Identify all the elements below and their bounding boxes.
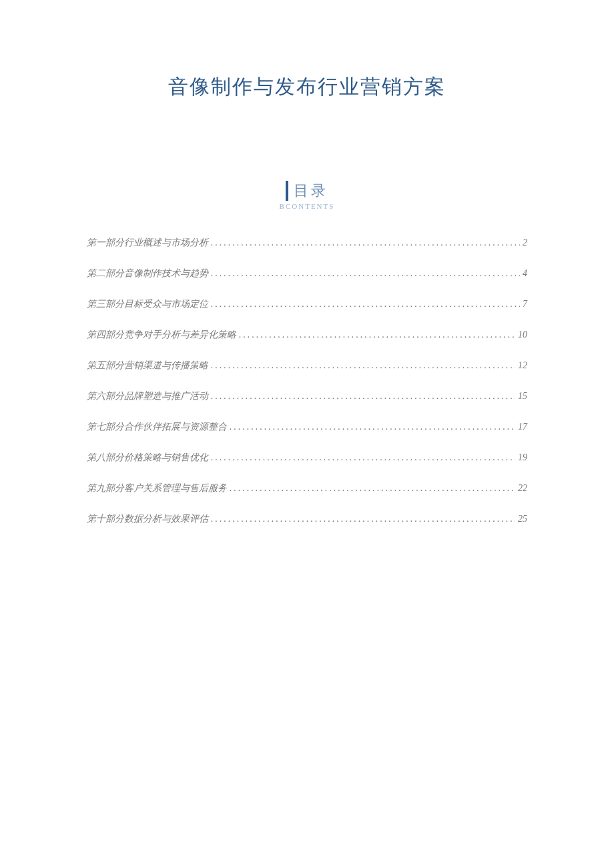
toc-dots xyxy=(211,452,515,463)
toc-entry-page: 4 xyxy=(523,268,527,279)
toc-entry-label: 第六部分品牌塑造与推广活动 xyxy=(87,390,208,402)
toc-dots xyxy=(211,299,520,310)
toc-entry[interactable]: 第五部分营销渠道与传播策略 12 xyxy=(87,360,527,372)
toc-entry-label: 第七部分合作伙伴拓展与资源整合 xyxy=(87,421,227,433)
toc-entry-label: 第一部分行业概述与市场分析 xyxy=(87,237,208,249)
toc-entry-label: 第九部分客户关系管理与售后服务 xyxy=(87,482,227,494)
toc-entry[interactable]: 第三部分目标受众与市场定位 7 xyxy=(87,298,527,310)
document-title: 音像制作与发布行业营销方案 xyxy=(87,73,527,101)
toc-dots xyxy=(211,360,515,371)
toc-entry-label: 第五部分营销渠道与传播策略 xyxy=(87,360,208,372)
toc-entry-label: 第十部分数据分析与效果评估 xyxy=(87,513,208,525)
toc-dots xyxy=(211,391,515,402)
toc-entry-page: 17 xyxy=(518,422,527,432)
toc-entry[interactable]: 第四部分竞争对手分析与差异化策略 10 xyxy=(87,329,527,341)
toc-entry[interactable]: 第七部分合作伙伴拓展与资源整合 17 xyxy=(87,421,527,433)
toc-entry[interactable]: 第九部分客户关系管理与售后服务 22 xyxy=(87,482,527,494)
toc-header-main: 目录 xyxy=(286,181,328,201)
toc-entry[interactable]: 第十部分数据分析与效果评估 25 xyxy=(87,513,527,525)
toc-entry-label: 第四部分竞争对手分析与差异化策略 xyxy=(87,329,236,341)
toc-dots xyxy=(230,422,515,432)
toc-dots xyxy=(211,514,515,524)
toc-bar-icon xyxy=(286,181,288,201)
toc-entry[interactable]: 第六部分品牌塑造与推广活动 15 xyxy=(87,390,527,402)
toc-entry-page: 12 xyxy=(518,360,527,371)
toc-dots xyxy=(211,268,520,279)
toc-heading: 目录 xyxy=(294,181,328,201)
toc-entry[interactable]: 第一部分行业概述与市场分析 2 xyxy=(87,237,527,249)
toc-entry[interactable]: 第八部分价格策略与销售优化 19 xyxy=(87,452,527,464)
toc-header: 目录 BCONTENTS xyxy=(87,181,527,210)
toc-dots xyxy=(230,483,515,494)
toc-entry-label: 第三部分目标受众与市场定位 xyxy=(87,298,208,310)
toc-entry-page: 19 xyxy=(518,452,527,463)
toc-entry-page: 22 xyxy=(518,483,527,494)
toc-entry-page: 10 xyxy=(518,330,527,340)
toc-dots xyxy=(239,330,515,340)
toc-subheading: BCONTENTS xyxy=(280,202,335,210)
toc-entry[interactable]: 第二部分音像制作技术与趋势 4 xyxy=(87,268,527,280)
toc-entry-page: 2 xyxy=(523,238,527,248)
toc-dots xyxy=(211,238,520,248)
document-page: 音像制作与发布行业营销方案 目录 BCONTENTS 第一部分行业概述与市场分析… xyxy=(0,0,614,525)
toc-list: 第一部分行业概述与市场分析 2 第二部分音像制作技术与趋势 4 第三部分目标受众… xyxy=(87,237,527,525)
toc-entry-page: 7 xyxy=(523,299,527,310)
toc-entry-page: 15 xyxy=(518,391,527,402)
toc-entry-label: 第八部分价格策略与销售优化 xyxy=(87,452,208,464)
toc-entry-page: 25 xyxy=(518,514,527,524)
toc-entry-label: 第二部分音像制作技术与趋势 xyxy=(87,268,208,280)
